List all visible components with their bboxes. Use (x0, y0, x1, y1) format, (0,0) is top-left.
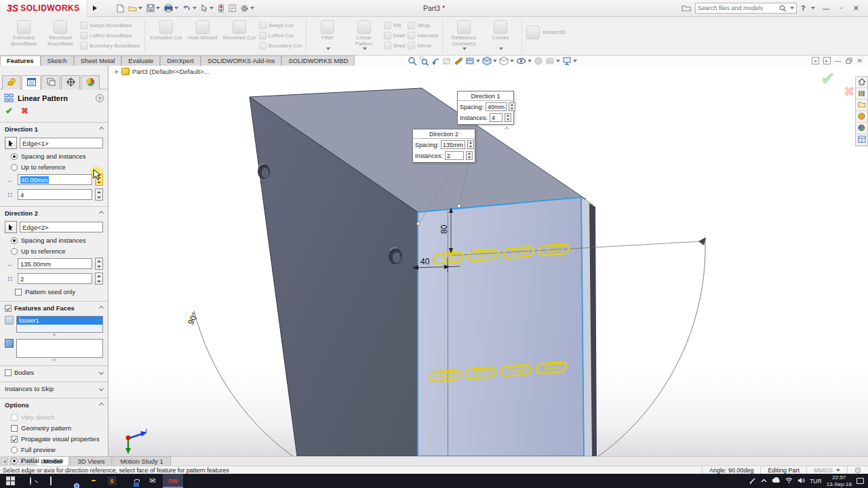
section-features-faces[interactable]: Features and Faces (0, 301, 108, 313)
search-input[interactable] (698, 5, 777, 12)
previous-document-icon[interactable]: ◂ (812, 57, 819, 64)
direction2-reverse-button[interactable] (5, 221, 17, 233)
callout-d1-spacing-field[interactable]: 40mm (486, 102, 507, 111)
tree-expand-arrow-icon[interactable] (115, 70, 119, 74)
d2-spacing-field[interactable]: 135.00mm (18, 258, 92, 269)
partial-preview-radio[interactable] (11, 458, 18, 464)
display-style-icon[interactable] (498, 56, 515, 66)
section-view-icon[interactable] (441, 56, 452, 66)
confirm-cancel-watermark-icon[interactable]: ✖ (844, 83, 855, 100)
new-document-button[interactable] (115, 1, 125, 15)
callout-d2-spacing-field[interactable]: 135mm (441, 140, 465, 149)
tab-features[interactable]: Features (0, 56, 41, 66)
reference-geometry-button[interactable]: Reference Geometry (447, 19, 481, 50)
color-swatch-tab[interactable] (856, 123, 867, 134)
save-button[interactable] (145, 1, 161, 15)
pattern-seed-only-checkbox[interactable] (15, 289, 22, 296)
select-cursor-button[interactable] (199, 1, 215, 15)
lofted-boss-base-button[interactable]: Lofted Boss/Base (80, 31, 140, 40)
dropdown-caret[interactable] (138, 7, 142, 9)
direction1-edge-field[interactable]: Edge<1> (20, 138, 103, 148)
extruded-boss-base-button[interactable]: Extruded Boss/Base (7, 19, 41, 47)
mail-taskbar-button[interactable]: ✉ (142, 474, 163, 488)
units-selector[interactable]: MMGS (806, 466, 847, 474)
appearances-tab[interactable] (856, 111, 867, 123)
dropdown-caret[interactable] (174, 7, 178, 9)
collapse-chevron-icon[interactable] (99, 127, 104, 131)
expand-chevron-icon[interactable] (99, 386, 104, 391)
wrap-button[interactable]: Wrap (408, 21, 438, 30)
features-faces-checkbox[interactable] (5, 305, 12, 312)
features-listbox[interactable]: louver1 (16, 316, 103, 333)
d1-spacing-field[interactable]: 40.00mm (18, 174, 92, 185)
dropdown-caret[interactable] (156, 7, 160, 9)
tab-solidworks-mbd[interactable]: SOLIDWORKS MBD (281, 56, 355, 66)
mirror-button[interactable]: Mirror (408, 41, 438, 50)
dropdown-caret[interactable] (476, 60, 480, 62)
tab-sheet-metal[interactable]: Sheet Metal (74, 56, 122, 66)
undo-button[interactable] (181, 1, 198, 15)
onedrive-icon[interactable] (772, 477, 781, 485)
bodies-checkbox[interactable] (5, 369, 12, 376)
d1-instances-field[interactable]: 4 (18, 189, 92, 200)
callout-d2-spacing-spinner[interactable] (467, 140, 474, 149)
search-taskbar-button[interactable] (20, 474, 41, 488)
revolved-boss-base-button[interactable]: Revolved Boss/Base (43, 19, 77, 47)
feature-list-item[interactable]: louver1 (17, 317, 102, 325)
dropdown-caret[interactable] (499, 47, 503, 50)
panel-help-icon[interactable]: ? (96, 94, 104, 102)
extruded-cut-button[interactable]: Extruded Cut (149, 19, 183, 47)
callout-d1-instances-spinner[interactable] (505, 113, 511, 122)
file-properties-button[interactable] (227, 1, 237, 15)
listbox-resize-grip[interactable] (0, 359, 108, 361)
boundary-cut-button[interactable]: Boundary Cut (259, 41, 302, 50)
callout-d2-instances-field[interactable]: 2 (445, 151, 464, 160)
apply-scene-icon[interactable] (545, 56, 561, 66)
dropdown-caret[interactable] (573, 60, 577, 62)
search-icon[interactable] (779, 5, 787, 12)
clock[interactable]: 22:57 13-Sep-18 (827, 474, 852, 488)
doc-restore-icon[interactable] (846, 58, 853, 64)
fillet-button[interactable]: Fillet (311, 19, 344, 50)
display-manager-tab[interactable] (81, 75, 100, 89)
file-explorer-pane-tab[interactable] (856, 100, 867, 111)
tab-evaluate[interactable]: Evaluate (121, 56, 160, 66)
previous-view-icon[interactable] (430, 56, 441, 66)
action-center-icon[interactable] (856, 478, 864, 484)
d2-spacing-instances-radio[interactable] (11, 237, 18, 244)
instant3d-button[interactable]: Instant3D (526, 19, 566, 39)
curves-button[interactable]: Curves (484, 19, 517, 50)
lofted-cut-button[interactable]: Lofted Cut (259, 31, 302, 40)
property-manager-tab[interactable] (22, 75, 41, 89)
callout-d1-spacing-spinner[interactable] (509, 102, 515, 111)
ok-button[interactable]: ✔ (5, 106, 13, 116)
media-app-taskbar-button-2[interactable] (203, 474, 224, 488)
view-settings-icon[interactable] (561, 56, 578, 66)
help-button[interactable]: ? (801, 4, 806, 12)
hole-wizard-button[interactable]: Hole Wizard (186, 19, 220, 47)
wifi-icon[interactable] (785, 477, 793, 485)
dropdown-caret[interactable] (493, 60, 497, 62)
section-options[interactable]: Options (0, 398, 108, 410)
faces-listbox[interactable] (16, 339, 103, 358)
callout-d2-instances-spinner[interactable] (466, 151, 473, 160)
view-orientation-icon[interactable] (481, 56, 498, 66)
swept-boss-base-button[interactable]: Swept Boss/Base (80, 21, 140, 30)
collapse-chevron-icon[interactable] (99, 403, 104, 407)
doc-close-icon[interactable]: ✕ (857, 57, 863, 64)
minimize-button[interactable]: — (819, 2, 833, 14)
dropdown-caret[interactable] (462, 47, 467, 50)
sketch-settings-icon[interactable] (453, 56, 464, 66)
3d-drawing-view-icon[interactable] (465, 56, 481, 66)
volume-icon[interactable] (797, 477, 805, 485)
d1-up-to-reference-radio[interactable] (11, 164, 18, 171)
doc-tab-motion-study-1[interactable]: Motion Study 1 (113, 456, 170, 466)
d2-up-to-reference-radio[interactable] (11, 248, 18, 255)
language-indicator[interactable]: TUR (810, 478, 821, 485)
dropdown-caret[interactable] (363, 47, 367, 50)
edit-appearance-icon[interactable] (533, 56, 544, 66)
restore-button[interactable] (837, 5, 846, 12)
search-box[interactable] (695, 3, 797, 14)
zoom-fit-icon[interactable] (407, 56, 418, 66)
print-button[interactable] (163, 1, 180, 15)
